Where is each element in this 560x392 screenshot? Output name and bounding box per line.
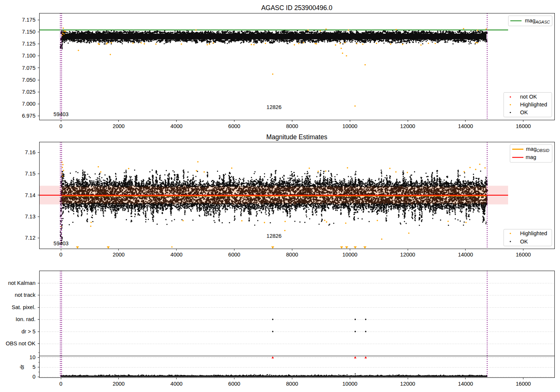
svg-text:OK: OK: [520, 239, 528, 245]
svg-text:0: 0: [59, 381, 62, 387]
svg-text:6.975: 6.975: [22, 113, 35, 119]
svg-text:8000: 8000: [286, 252, 298, 258]
svg-text:4000: 4000: [171, 381, 183, 387]
svg-text:16000: 16000: [516, 123, 531, 129]
svg-text:14000: 14000: [458, 123, 473, 129]
svg-text:0: 0: [59, 252, 62, 258]
svg-text:7.075: 7.075: [22, 65, 35, 71]
svg-text:7.12: 7.12: [25, 235, 35, 241]
svg-text:4000: 4000: [171, 123, 183, 129]
svg-text:7.13: 7.13: [25, 214, 35, 220]
svg-text:dr: dr: [19, 364, 25, 369]
svg-text:7.125: 7.125: [22, 41, 35, 47]
svg-text:2000: 2000: [113, 252, 125, 258]
svg-text:0: 0: [32, 374, 35, 380]
svg-text:OBS not OK: OBS not OK: [6, 340, 35, 346]
svg-text:14000: 14000: [458, 381, 473, 387]
svg-text:Highlighted: Highlighted: [520, 230, 547, 236]
svg-text:mag: mag: [526, 154, 536, 160]
svg-text:2000: 2000: [113, 381, 125, 387]
svg-text:10: 10: [29, 354, 35, 360]
svg-text:Magnitude Estimates: Magnitude Estimates: [266, 133, 327, 141]
svg-text:7.15: 7.15: [25, 171, 35, 177]
svg-text:10000: 10000: [342, 252, 357, 258]
svg-text:6000: 6000: [228, 381, 240, 387]
svg-text:0: 0: [59, 123, 62, 129]
svg-text:7.175: 7.175: [22, 17, 35, 23]
svg-text:12826: 12826: [267, 104, 281, 110]
svg-text:12000: 12000: [400, 252, 415, 258]
svg-text:dr > 5: dr > 5: [22, 329, 35, 335]
svg-text:10000: 10000: [342, 381, 357, 387]
svg-text:6000: 6000: [228, 252, 240, 258]
svg-text:8000: 8000: [286, 381, 298, 387]
svg-text:8000: 8000: [286, 123, 298, 129]
svg-text:16000: 16000: [516, 381, 531, 387]
svg-text:Highlighted: Highlighted: [520, 102, 547, 108]
svg-text:7.000: 7.000: [22, 101, 35, 107]
svg-text:not track: not track: [15, 292, 35, 298]
svg-text:7.050: 7.050: [22, 77, 35, 83]
svg-text:5: 5: [32, 364, 35, 370]
svg-text:59403: 59403: [53, 111, 68, 117]
svg-text:7.100: 7.100: [22, 53, 35, 59]
svg-text:12000: 12000: [400, 381, 415, 387]
svg-text:4000: 4000: [171, 252, 183, 258]
svg-text:7.16: 7.16: [25, 149, 35, 155]
svg-text:2000: 2000: [113, 123, 125, 129]
svg-text:16000: 16000: [516, 252, 531, 258]
svg-text:12826: 12826: [267, 233, 281, 239]
svg-text:6000: 6000: [228, 123, 240, 129]
svg-text:14000: 14000: [458, 252, 473, 258]
svg-text:Ion. rad.: Ion. rad.: [16, 316, 35, 322]
svg-text:59403: 59403: [53, 240, 68, 246]
svg-text:not Kalman: not Kalman: [8, 280, 35, 286]
svg-text:12000: 12000: [400, 123, 415, 129]
svg-text:not OK: not OK: [520, 94, 537, 100]
svg-text:7.14: 7.14: [25, 192, 35, 198]
svg-text:7.025: 7.025: [22, 89, 35, 95]
svg-text:7.150: 7.150: [22, 29, 35, 35]
svg-text:OK: OK: [520, 109, 528, 115]
svg-text:AGASC ID 253900496.0: AGASC ID 253900496.0: [261, 4, 333, 12]
svg-text:10000: 10000: [342, 123, 357, 129]
svg-text:Sat. pixel.: Sat. pixel.: [12, 304, 35, 310]
